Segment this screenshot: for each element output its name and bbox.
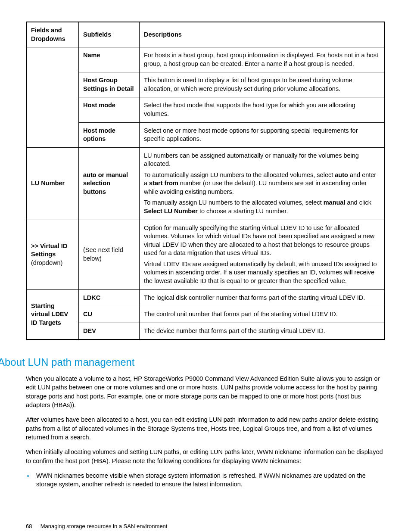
desc-hmopt: Select one or more host mode options for… bbox=[140, 122, 385, 147]
subfield-lunumber: auto or manual selection buttons bbox=[79, 147, 140, 220]
page-footer: 68 Managing storage resources in a SAN e… bbox=[26, 523, 385, 529]
section-p2: After volumes have been allocated to a h… bbox=[26, 415, 385, 442]
desc-lunumber-p3: To manually assign LU numbers to the all… bbox=[144, 199, 380, 215]
section-p1: When you allocate a volume to a host, HP… bbox=[26, 374, 385, 409]
header-subfields: Subfields bbox=[79, 22, 140, 47]
fields-table: Fields and Dropdowns Subfields Descripti… bbox=[26, 22, 385, 340]
subfield-hgsd: Host Group Settings in Detail bbox=[79, 72, 140, 97]
desc-lunumber-p1: LU numbers can be assigned automatically… bbox=[144, 152, 380, 168]
header-descriptions: Descriptions bbox=[140, 22, 385, 47]
subfield-name: Name bbox=[79, 47, 140, 72]
desc-virtualid-p2: Virtual LDEV IDs are assigned automatica… bbox=[144, 260, 380, 286]
desc-hgsd: This button is used to display a list of… bbox=[140, 72, 385, 97]
section-p3: When initially allocating volumes and se… bbox=[26, 448, 385, 465]
section-heading: About LUN path management bbox=[0, 356, 385, 368]
subfield-virtualid: (See next field below) bbox=[79, 220, 140, 289]
footer-title: Managing storage resources in a SAN envi… bbox=[40, 523, 168, 529]
desc-lunumber: LU numbers can be assigned automatically… bbox=[140, 147, 385, 220]
desc-hostmode: Select the host mode that supports the h… bbox=[140, 97, 385, 122]
subfield-hostmode: Host mode bbox=[79, 97, 140, 122]
page-number: 68 bbox=[26, 523, 39, 529]
bullet-1: WWN nicknames become visible when storag… bbox=[34, 471, 385, 489]
subfield-cu: CU bbox=[79, 306, 140, 323]
header-fields: Fields and Dropdowns bbox=[26, 22, 79, 47]
desc-virtualid-p1: Option for manually specifying the start… bbox=[144, 224, 380, 258]
subfield-ldkc: LDKC bbox=[79, 289, 140, 306]
subfield-hmopt: Host mode options bbox=[79, 122, 140, 147]
field-lunumber: LU Number bbox=[26, 147, 79, 220]
desc-dev: The device number that forms part of the… bbox=[140, 323, 385, 339]
desc-name: For hosts in a host group, host group in… bbox=[140, 47, 385, 72]
field-starting: Starting virtual LDEV ID Targets bbox=[26, 289, 79, 339]
subfield-dev: DEV bbox=[79, 323, 140, 339]
desc-ldkc: The logical disk controller number that … bbox=[140, 289, 385, 306]
group-cell-blank bbox=[26, 47, 79, 148]
desc-cu: The control unit number that forms part … bbox=[140, 306, 385, 323]
desc-virtualid: Option for manually specifying the start… bbox=[140, 220, 385, 289]
desc-lunumber-p2: To automatically assign LU numbers to th… bbox=[144, 171, 380, 196]
field-virtualid: >> Virtual ID Settings (dropdown) bbox=[26, 220, 79, 289]
section-bullets: WWN nicknames become visible when storag… bbox=[26, 471, 385, 489]
